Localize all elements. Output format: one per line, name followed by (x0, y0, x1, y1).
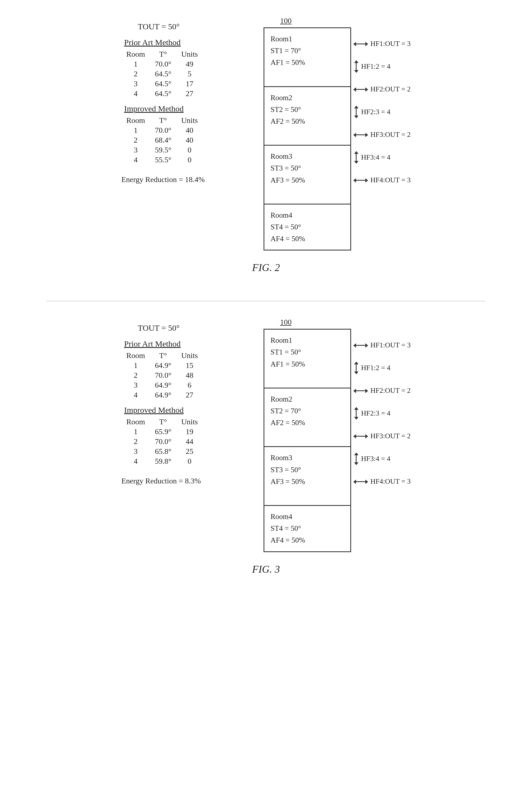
fig3-between-23-spacer (264, 434, 351, 446)
fig3-hf4-out-arrow (353, 479, 368, 484)
fig3-prior-art: Prior Art Method Room T° Units 164.9°152… (121, 339, 203, 400)
fig2-pa-col-room: Room (121, 49, 150, 59)
fig3-room4-name: Room4 (270, 511, 344, 523)
table-cell: 64.9° (150, 360, 176, 370)
fig2-prior-art: Prior Art Method Room T° Units 170.0°492… (121, 38, 203, 98)
fig3-between-34-spacer (264, 492, 351, 505)
fig3-hf1-out-label: HF1:OUT = 3 (370, 341, 411, 349)
fig2-room2-name: Room2 (270, 92, 344, 104)
table-cell: 40 (176, 135, 203, 145)
table-cell: 40 (176, 125, 203, 135)
fig3-diagram-wrapper: 100 Room1 ST1 = 50° AF1 = 50% (264, 318, 411, 552)
fig2-room4-cell: Room4 ST4 = 50° AF4 = 50% (264, 204, 351, 251)
fig3-label: FIG. 3 (252, 563, 280, 575)
table-cell: 1 (121, 59, 150, 69)
fig3-room1-st: ST1 = 50° (270, 346, 344, 358)
fig3-tout: TOUT = 50° (138, 323, 179, 333)
table-cell: 59.5° (150, 145, 176, 155)
fig3-improved-title: Improved Method (124, 406, 203, 415)
fig3-right-panel: 100 Room1 ST1 = 50° AF1 = 50% (264, 318, 411, 552)
fig2-prior-art-table: Room T° Units 170.0°49264.5°5364.5°17464… (121, 49, 203, 98)
fig3-pa-col-units: Units (176, 351, 203, 360)
fig3-hf23-row: HF2:3 = 4 (351, 407, 411, 420)
table-cell: 4 (121, 89, 150, 98)
fig3-room3-cell: Room3 ST3 = 50° AF3 = 50% (264, 446, 351, 492)
fig2-hf3-out-label: HF3:OUT = 2 (370, 131, 411, 139)
fig3-hf2-out-row: HF2:OUT = 2 (351, 374, 411, 407)
fig3-hf12-label: HF1:2 = 4 (361, 364, 390, 372)
fig3-improved: Improved Method Room T° Units 165.9°1927… (121, 406, 203, 466)
fig2-between-12-spacer (264, 74, 351, 86)
fig2-hf12-label: HF1:2 = 4 (361, 62, 390, 71)
fig3-pa-col-temp: T° (150, 351, 176, 360)
fig2-pa-col-temp: T° (150, 49, 176, 59)
fig3-room4-cell: Room4 ST4 = 50° AF4 = 50% (264, 505, 351, 552)
fig2-hf2-out-label: HF2:OUT = 2 (370, 85, 411, 93)
fig3-ref-number: 100 (280, 318, 291, 326)
fig2-pa-col-units: Units (176, 49, 203, 59)
table-cell: 3 (121, 380, 150, 390)
fig3-left-panel: TOUT = 50° Prior Art Method Room T° Unit… (121, 318, 264, 485)
fig2-hf1-out-arrow (353, 41, 368, 46)
fig2-diagram-wrapper: 100 Room1 ST1 = 70° AF1 = 50% (264, 16, 411, 250)
fig3-room2-cell: Room2 ST2 = 70° AF2 = 50% (264, 388, 351, 434)
fig2-hf3-out-row: HF3:OUT = 2 (351, 118, 411, 151)
fig2-hf12-row: HF1:2 = 4 (351, 60, 411, 73)
table-cell: 0 (176, 456, 203, 466)
fig3-room3-st: ST3 = 50° (270, 464, 344, 476)
fig2-room4-af: AF4 = 50% (270, 233, 344, 245)
fig2-room4-name: Room4 (270, 209, 344, 221)
fig3-prior-art-title: Prior Art Method (124, 339, 203, 349)
table-cell: 1 (121, 427, 150, 437)
figure-2-block: TOUT = 50° Prior Art Method Room T° Unit… (22, 16, 510, 274)
fig3-room2-af: AF2 = 50% (270, 417, 344, 429)
fig3-hf1-out-arrow (353, 342, 368, 348)
fig3-hf3-out-row: HF3:OUT = 2 (351, 420, 411, 452)
table-cell: 70.0° (150, 370, 176, 380)
figure-3-block: TOUT = 50° Prior Art Method Room T° Unit… (22, 318, 510, 575)
fig3-hf1-out-row: HF1:OUT = 3 (351, 329, 411, 362)
fig3-hf2-out-label: HF2:OUT = 2 (370, 387, 411, 395)
fig2-hf2-out-arrow (353, 87, 368, 92)
table-cell: 27 (176, 390, 203, 400)
table-cell: 2 (121, 69, 150, 79)
fig3-room4-st: ST4 = 50° (270, 523, 344, 534)
fig2-im-col-room: Room (121, 115, 150, 125)
fig2-between-23-spacer (264, 132, 351, 145)
fig2-room3-cell: Room3 ST3 = 50° AF3 = 50% (264, 145, 351, 191)
fig2-energy: Energy Reduction = 18.4% (121, 175, 205, 184)
fig2-arrows-col: HF1:OUT = 3 HF1:2 = 4 (351, 27, 411, 250)
fig2-hf4-out-row: HF4:OUT = 3 (351, 164, 411, 196)
fig3-improved-table: Room T° Units 165.9°19270.0°44365.8°2545… (121, 417, 203, 466)
fig2-im-col-temp: T° (150, 115, 176, 125)
fig3-room3-name: Room3 (270, 452, 344, 464)
fig3-hf3-out-label: HF3:OUT = 2 (370, 432, 411, 440)
fig3-hf34-arrow (353, 452, 359, 465)
table-cell: 64.5° (150, 69, 176, 79)
fig2-room3-name: Room3 (270, 151, 344, 162)
fig3-room1-name: Room1 (270, 335, 344, 346)
fig2-improved: Improved Method Room T° Units 170.0°4026… (121, 104, 203, 165)
fig2-room2-st: ST2 = 50° (270, 104, 344, 115)
fig3-hf4-out-label: HF4:OUT = 3 (370, 477, 411, 486)
table-cell: 48 (176, 370, 203, 380)
table-cell: 4 (121, 155, 150, 165)
divider (46, 301, 486, 301)
table-cell: 27 (176, 89, 203, 98)
fig3-energy: Energy Reduction = 8.3% (121, 476, 201, 485)
fig3-room4-af: AF4 = 50% (270, 534, 344, 546)
table-cell: 68.4° (150, 135, 176, 145)
fig3-room3-af: AF3 = 50% (270, 476, 344, 488)
fig2-tout: TOUT = 50° (138, 22, 179, 31)
fig2-room3-af: AF3 = 50% (270, 174, 344, 186)
table-cell: 0 (176, 155, 203, 165)
table-cell: 70.0° (150, 125, 176, 135)
fig2-hf2-out-row: HF2:OUT = 2 (351, 73, 411, 106)
fig2-im-col-units: Units (176, 115, 203, 125)
fig3-hf4-out-row: HF4:OUT = 3 (351, 465, 411, 498)
table-cell: 19 (176, 427, 203, 437)
fig3-room2-name: Room2 (270, 393, 344, 405)
fig3-hf23-arrow (353, 407, 359, 420)
page: TOUT = 50° Prior Art Method Room T° Unit… (0, 0, 532, 614)
table-cell: 1 (121, 360, 150, 370)
